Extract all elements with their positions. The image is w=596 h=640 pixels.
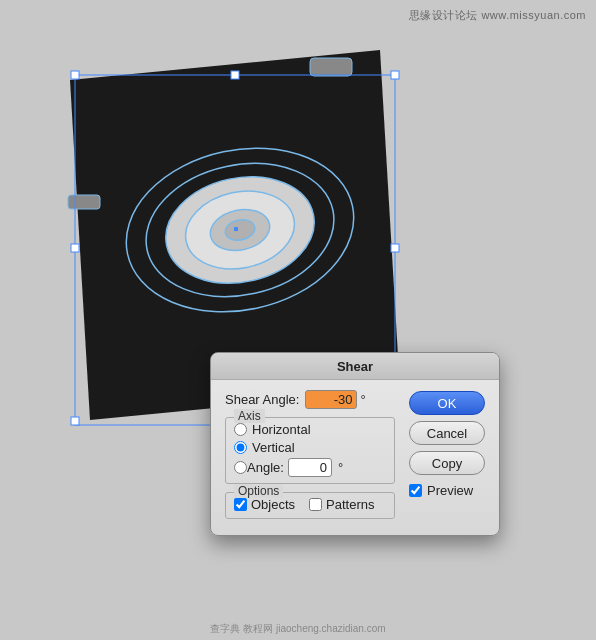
shear-angle-label: Shear Angle: [225, 392, 299, 407]
shear-degree: ° [360, 392, 365, 407]
patterns-checkbox[interactable] [309, 498, 322, 511]
patterns-checkbox-item: Patterns [309, 497, 374, 512]
shear-angle-input[interactable] [305, 390, 357, 409]
options-legend: Options [234, 484, 283, 498]
angle-degree: ° [338, 460, 343, 475]
angle-radio[interactable] [234, 461, 247, 474]
options-group: Options Objects Patterns [225, 492, 395, 519]
dialog-title: Shear [211, 353, 499, 380]
preview-row: Preview [409, 483, 485, 498]
copy-button[interactable]: Copy [409, 451, 485, 475]
horizontal-radio[interactable] [234, 423, 247, 436]
objects-checkbox[interactable] [234, 498, 247, 511]
horizontal-radio-row: Horizontal [234, 422, 386, 437]
angle-input[interactable] [288, 458, 332, 477]
axis-legend: Axis [234, 409, 265, 423]
dialog-buttons: OK Cancel Copy Preview [409, 391, 485, 498]
cancel-button[interactable]: Cancel [409, 421, 485, 445]
angle-label: Angle: [247, 460, 284, 475]
vertical-radio-row: Vertical [234, 440, 386, 455]
patterns-label: Patterns [326, 497, 374, 512]
svg-rect-16 [71, 244, 79, 252]
vertical-radio[interactable] [234, 441, 247, 454]
preview-checkbox[interactable] [409, 484, 422, 497]
svg-rect-8 [68, 195, 100, 209]
angle-radio-row: Angle: ° [234, 458, 386, 477]
objects-checkbox-item: Objects [234, 497, 295, 512]
svg-rect-7 [310, 58, 352, 76]
watermark-bottom: 查字典 教程网 jiaocheng.chazidian.com [0, 622, 596, 636]
shear-angle-row: Shear Angle: ° [225, 390, 395, 409]
watermark-top: 思缘设计论坛 www.missyuan.com [409, 8, 586, 23]
preview-label: Preview [427, 483, 473, 498]
svg-rect-17 [391, 244, 399, 252]
shear-dialog: Shear Shear Angle: ° Axis Horizontal Ver… [210, 352, 500, 536]
axis-group: Axis Horizontal Vertical Angle: ° [225, 417, 395, 484]
vertical-label: Vertical [252, 440, 295, 455]
svg-rect-14 [231, 71, 239, 79]
svg-rect-11 [391, 71, 399, 79]
options-row: Objects Patterns [234, 497, 386, 512]
objects-label: Objects [251, 497, 295, 512]
svg-rect-18 [234, 227, 238, 231]
horizontal-label: Horizontal [252, 422, 311, 437]
ok-button[interactable]: OK [409, 391, 485, 415]
svg-rect-12 [71, 417, 79, 425]
canvas-area: 思缘设计论坛 www.missyuan.com [0, 0, 596, 640]
svg-rect-10 [71, 71, 79, 79]
